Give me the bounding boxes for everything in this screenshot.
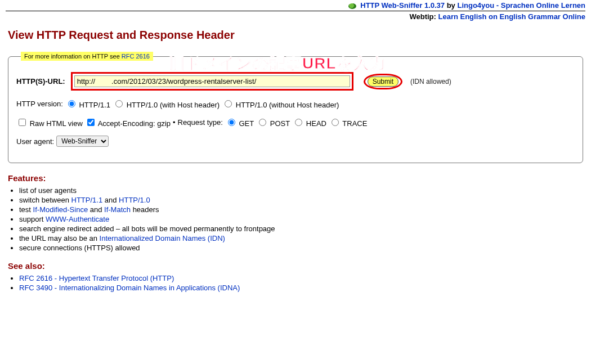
product-link[interactable]: HTTP Web-Sniffer 1.0.37 [360,1,445,10]
http10-link[interactable]: HTTP/1.0 [119,196,150,204]
www-authenticate-link[interactable]: WWW-Authenticate [46,215,109,223]
legend-prefix: For more information on HTTP see [24,53,122,60]
http10-host-label: HTTP/1.0 (with Host header) [127,101,220,109]
http11-radio[interactable] [68,100,75,107]
list-item: list of user agents [19,186,585,195]
list-item: the URL may also be an Internationalized… [19,234,585,242]
head-radio[interactable] [295,119,302,126]
gzip-label: Accept-Encoding: gzip [98,119,171,128]
request-form: For more information on HTTP see RFC 261… [8,52,583,163]
globe-icon [348,3,356,9]
see-also-list: RFC 2616 - Hypertext Transfer Protocol (… [19,274,585,292]
rfc2616-link[interactable]: RFC 2616 [122,53,150,60]
raw-html-label: Raw HTML view [30,119,83,128]
http10-host-radio[interactable] [115,100,123,107]
features-heading: Features: [8,173,585,183]
user-agent-label: User agent: [16,137,54,146]
http-version-label: HTTP version: [16,100,63,108]
list-item: RFC 3490 - Internationalizing Domain Nam… [19,284,585,292]
webtip-label: Webtip: [409,12,438,21]
http10-nohost-label: HTTP/1.0 (without Host header) [236,101,339,109]
request-type-label: Request type: [178,118,223,127]
list-item: search engine redirect added – all bots … [19,224,585,233]
webtip-link[interactable]: Learn English on English Grammar Online [438,12,586,21]
form-legend: For more information on HTTP see RFC 261… [21,52,153,61]
user-agent-select[interactable]: Web-Sniffer [56,136,109,147]
head-label: HEAD [306,119,326,128]
see-also-heading: See also: [8,261,585,271]
url-input[interactable] [74,75,350,87]
idn-link[interactable]: Internationalized Domain Names (IDN) [100,234,225,242]
http10-nohost-radio[interactable] [225,100,232,107]
rfc2616-full-link[interactable]: RFC 2616 - Hypertext Transfer Protocol (… [19,274,174,282]
top-header: HTTP Web-Sniffer 1.0.37 by Lingo4you - S… [6,0,585,22]
raw-html-checkbox[interactable] [19,119,26,126]
idn-note: (IDN allowed) [410,78,451,86]
list-item: secure connections (HTTPS) allowed [19,244,585,252]
submit-button[interactable]: Submit [368,77,399,87]
get-radio[interactable] [228,119,235,126]
features-list: list of user agents switch between HTTP/… [19,186,585,252]
page-title: View HTTP Request and Response Header [8,29,585,42]
if-modified-since-link[interactable]: If-Modified-Since [33,205,88,214]
by-text: by [447,1,458,10]
company-link[interactable]: Lingo4you - Sprachen Online Lernen [457,1,585,10]
http11-label: HTTP/1.1 [79,101,110,109]
trace-radio[interactable] [332,119,339,126]
list-item: support WWW-Authenticate [19,215,585,223]
post-label: POST [270,119,290,128]
http11-link[interactable]: HTTP/1.1 [71,196,103,204]
url-highlight-box [71,72,353,91]
submit-highlight-ring: Submit [364,74,402,89]
annotation-overlay: 旧ドメインの記事URLを入力 [169,53,386,74]
get-label: GET [239,119,254,128]
list-item: switch between HTTP/1.1 and HTTP/1.0 [19,196,585,204]
list-item: test If-Modified-Since and If-Match head… [19,205,585,214]
rfc3490-link[interactable]: RFC 3490 - Internationalizing Domain Nam… [19,284,240,292]
list-item: RFC 2616 - Hypertext Transfer Protocol (… [19,274,585,282]
gzip-checkbox[interactable] [87,119,95,126]
trace-label: TRACE [342,119,367,128]
url-label: HTTP(S)-URL: [16,77,65,86]
post-radio[interactable] [259,119,266,126]
if-match-link[interactable]: If-Match [104,205,131,214]
